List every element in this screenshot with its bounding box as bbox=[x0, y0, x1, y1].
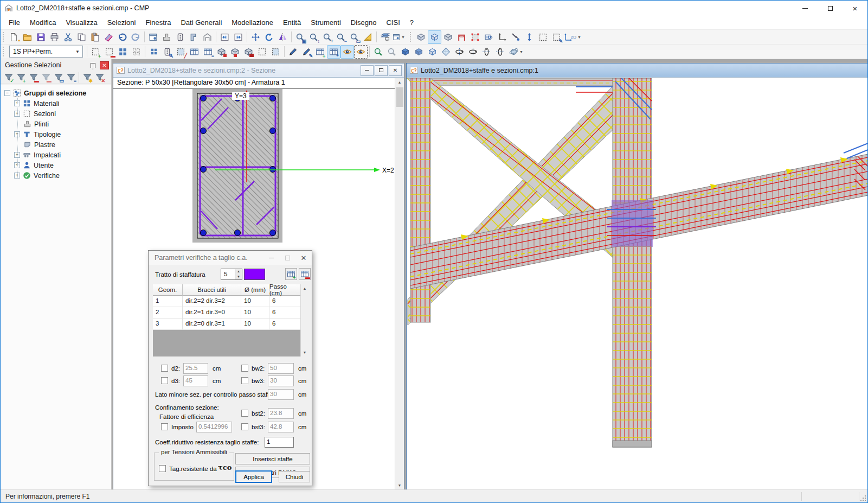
cell-passo[interactable]: 6 bbox=[269, 319, 300, 330]
d3-input[interactable]: 45 bbox=[183, 375, 208, 386]
orbit-button[interactable]: ▼ bbox=[507, 45, 525, 59]
panel-close-button[interactable]: ✕ bbox=[100, 61, 109, 69]
menu-cisi[interactable]: CISI bbox=[381, 16, 404, 29]
plinti-button[interactable] bbox=[160, 30, 173, 44]
child-close-button[interactable]: ✕ bbox=[389, 65, 402, 76]
bw3-checkbox[interactable] bbox=[241, 377, 248, 384]
window-prev-button[interactable] bbox=[218, 30, 232, 44]
window-next-button[interactable] bbox=[232, 30, 245, 44]
filter-add-button[interactable]: ＋ bbox=[15, 72, 27, 84]
view-2d-button[interactable]: 2D▼ bbox=[563, 30, 582, 44]
visibility-button[interactable] bbox=[340, 45, 354, 59]
col-header-diam[interactable]: Ø (mm) bbox=[241, 284, 269, 296]
zoom-out-button[interactable]: − bbox=[334, 30, 348, 44]
scroll-up-icon[interactable]: ▲ bbox=[395, 78, 404, 86]
rotate-x-button[interactable] bbox=[466, 45, 480, 59]
table-add-button[interactable]: ＋ bbox=[313, 45, 327, 59]
cell-geom[interactable]: 3 bbox=[153, 319, 183, 330]
region-button[interactable] bbox=[536, 30, 550, 44]
save-button[interactable] bbox=[34, 30, 48, 44]
model-data-button[interactable] bbox=[146, 30, 160, 44]
draw-multi-button[interactable]: ✎ bbox=[300, 45, 313, 59]
rotate-z-button[interactable] bbox=[493, 45, 507, 59]
stirrup-color-swatch[interactable] bbox=[244, 269, 265, 280]
load-case-combo[interactable]: 1S PP+Perm. ▼ bbox=[9, 46, 83, 58]
open-file-button[interactable] bbox=[21, 30, 34, 44]
tree-root-row[interactable]: − Gruppi di selezione bbox=[1, 88, 111, 98]
menu-visualizza[interactable]: Visualizza bbox=[61, 16, 102, 29]
spin-down-icon[interactable]: ▼ bbox=[235, 275, 242, 280]
bst2-input[interactable]: 23.8 bbox=[268, 408, 294, 419]
imposto-checkbox[interactable] bbox=[161, 423, 168, 430]
tratto-spinner[interactable]: 5 ▲▼ bbox=[221, 269, 242, 280]
menu-disegno[interactable]: Disegno bbox=[346, 16, 382, 29]
select-shells-button[interactable] bbox=[228, 45, 242, 59]
toolbar-grip[interactable] bbox=[410, 32, 412, 42]
scroll-down-icon[interactable]: ▼ bbox=[301, 348, 308, 356]
table-row[interactable]: 3 dir.2=0 dir.3=1 10 6 bbox=[153, 319, 300, 330]
select-hatch-button[interactable]: ╱ bbox=[174, 45, 188, 59]
menu-dati-generali[interactable]: Dati Generali bbox=[176, 16, 227, 29]
filter-clear-button[interactable]: ✕ bbox=[93, 72, 106, 84]
edificio-button[interactable] bbox=[201, 30, 214, 44]
select-region-button[interactable] bbox=[255, 45, 269, 59]
dialog-minimize-button[interactable] bbox=[263, 251, 279, 265]
d2-checkbox[interactable] bbox=[161, 365, 168, 372]
dialog-close-button[interactable]: ✕ bbox=[295, 251, 312, 265]
cell-passo[interactable]: 6 bbox=[269, 307, 300, 319]
imposto-input[interactable]: 0.5412996 bbox=[196, 422, 232, 432]
select-filled-button[interactable] bbox=[269, 45, 282, 59]
d2-input[interactable]: 25.5 bbox=[183, 363, 208, 374]
col-header-bracci[interactable]: Bracci utili bbox=[183, 284, 241, 296]
bst3-input[interactable]: 42.8 bbox=[268, 422, 294, 432]
rotate-y-button[interactable] bbox=[480, 45, 493, 59]
sezioni-button[interactable] bbox=[173, 30, 187, 44]
pan-button[interactable] bbox=[249, 30, 262, 44]
model-window-titlebar[interactable]: ʗʔ Lotto2_DM2018+staffe e sezioni.cmp:1 bbox=[407, 63, 867, 78]
cut-button[interactable] bbox=[61, 30, 75, 44]
bw2-checkbox[interactable] bbox=[241, 365, 248, 372]
zoom-selection-button[interactable] bbox=[371, 45, 385, 59]
flow-button[interactable] bbox=[523, 30, 536, 44]
pin-icon[interactable] bbox=[91, 63, 95, 68]
copy-button[interactable] bbox=[75, 30, 88, 44]
col-header-passo[interactable]: Passo (cm) bbox=[269, 284, 300, 296]
select-tree-button[interactable] bbox=[188, 45, 201, 59]
menu-modellazione[interactable]: Modellazione bbox=[227, 16, 278, 29]
cell-diam[interactable]: 10 bbox=[241, 296, 269, 307]
select-sections-button[interactable]: 🔍︎ bbox=[160, 45, 174, 59]
filter-new-button[interactable]: ✱ bbox=[81, 72, 93, 84]
cell-bracci[interactable]: dir.2=2 dir.3=2 bbox=[183, 296, 241, 307]
cell-passo[interactable]: 6 bbox=[269, 296, 300, 307]
select-remove-button[interactable]: ▬ bbox=[102, 45, 116, 59]
table-edit-button[interactable]: ＊ bbox=[327, 45, 340, 59]
octahedron-button[interactable] bbox=[439, 45, 453, 59]
region-edit-button[interactable]: ✎ bbox=[550, 30, 563, 44]
table-row[interactable]: 1 dir.2=2 dir.3=2 10 6 bbox=[153, 296, 300, 307]
filter-list-button[interactable]: ≡ bbox=[65, 72, 77, 84]
select-beams-button[interactable] bbox=[215, 45, 228, 59]
toolbar-grip[interactable] bbox=[3, 47, 5, 56]
erase-button[interactable] bbox=[102, 30, 115, 44]
print-button[interactable] bbox=[48, 30, 61, 44]
filter-remove-all-button[interactable]: ▬ bbox=[40, 72, 52, 84]
paste-button[interactable] bbox=[88, 30, 102, 44]
tag-resistente-checkbox[interactable] bbox=[159, 465, 166, 472]
bst3-checkbox[interactable] bbox=[241, 423, 248, 430]
rotate-screen-button[interactable] bbox=[453, 45, 466, 59]
mirror-button[interactable] bbox=[276, 30, 290, 44]
cell-geom[interactable]: 2 bbox=[153, 307, 183, 319]
select-multi-empty-button[interactable] bbox=[130, 45, 143, 59]
resize-grip[interactable] bbox=[865, 500, 866, 501]
zoom-dynamic-button[interactable]: ↕ bbox=[307, 30, 320, 44]
menu-finestra[interactable]: Finestra bbox=[140, 16, 176, 29]
filter-screen-button[interactable]: ▭ bbox=[52, 72, 65, 84]
render-options-button[interactable]: ▼ bbox=[392, 30, 406, 44]
lato-input[interactable]: 30 bbox=[268, 389, 294, 400]
scroll-thumb[interactable] bbox=[396, 87, 403, 107]
section-vertical-scrollbar[interactable]: ▲ ▼ bbox=[395, 78, 404, 489]
new-file-button[interactable]: * bbox=[7, 30, 21, 44]
clip-solid-button[interactable] bbox=[412, 45, 426, 59]
redo-button[interactable] bbox=[129, 30, 143, 44]
cell-geom[interactable]: 1 bbox=[153, 296, 183, 307]
